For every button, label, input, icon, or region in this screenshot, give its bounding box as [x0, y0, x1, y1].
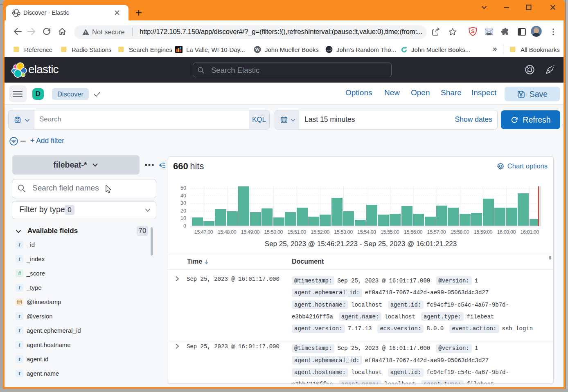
sidebar-scrollbar[interactable] — [151, 227, 153, 255]
boxes-horizontal-icon[interactable] — [144, 162, 154, 168]
nav-link-options[interactable]: Options — [345, 88, 372, 97]
histogram-bar[interactable] — [285, 212, 296, 226]
address-bar[interactable]: Not secure http://172.105.7.150/app/disc… — [74, 25, 427, 39]
query-language-toggle[interactable]: KQL — [249, 110, 269, 129]
chart-options-button[interactable]: Chart options — [497, 162, 548, 170]
histogram-bar[interactable] — [215, 209, 226, 226]
extension-mail-icon[interactable] — [484, 27, 494, 37]
histogram-bar[interactable] — [273, 217, 284, 226]
bookmark-all-bookmarks[interactable]: All Bookmarks — [509, 41, 560, 58]
back-icon[interactable] — [13, 27, 23, 36]
side-panel-icon[interactable] — [517, 27, 527, 37]
saved-query-menu-button[interactable] — [9, 110, 34, 129]
histogram-bar[interactable] — [471, 213, 482, 226]
index-pattern-switcher[interactable]: filebeat-* — [12, 155, 140, 175]
profile-avatar[interactable] — [531, 26, 542, 37]
bookmark-item[interactable]: John Mueller Books... — [400, 41, 470, 58]
field-item[interactable]: t@version — [16, 309, 151, 323]
bookmark-item[interactable]: Radio Stations — [61, 41, 112, 58]
browser-tab[interactable]: Discover - Elastic — [6, 5, 128, 20]
histogram-bar[interactable] — [460, 214, 471, 226]
home-icon[interactable] — [57, 27, 67, 36]
nav-link-share[interactable]: Share — [441, 88, 462, 97]
histogram-bar[interactable] — [355, 220, 366, 226]
share-icon[interactable] — [431, 27, 441, 37]
refresh-button[interactable]: Refresh — [501, 110, 560, 129]
filter-icon[interactable] — [9, 137, 18, 146]
bookmark-item[interactable]: Reference — [13, 41, 52, 58]
nav-link-inspect[interactable]: Inspect — [471, 88, 496, 97]
filter-by-type-select[interactable]: Filter by type 0 — [12, 202, 156, 219]
minimize-button[interactable] — [503, 4, 510, 11]
histogram-bar[interactable] — [494, 208, 505, 226]
histogram-bar[interactable] — [320, 215, 331, 226]
histogram-bar[interactable] — [238, 186, 249, 226]
histogram-bar[interactable] — [401, 206, 412, 226]
menu-dots-icon[interactable] — [548, 27, 558, 37]
histogram-bar[interactable] — [518, 193, 529, 226]
bookmarks-overflow[interactable]: » — [493, 44, 497, 53]
histogram-bar[interactable] — [192, 217, 203, 226]
save-button[interactable]: Save — [505, 87, 560, 101]
histogram-bar[interactable] — [366, 205, 377, 226]
field-item[interactable]: tagent.hostname — [16, 338, 151, 352]
bookmark-item[interactable]: La Valle, WI 10-Day... — [175, 41, 245, 58]
available-fields-header[interactable]: Available fields 70 — [12, 226, 156, 236]
histogram-bar[interactable] — [425, 217, 436, 226]
table-scrollbar[interactable] — [549, 256, 551, 260]
breadcrumb-discover[interactable]: Discover — [52, 88, 89, 100]
sort-desc-icon[interactable] — [203, 259, 210, 265]
new-tab-button[interactable] — [135, 9, 143, 17]
add-filter-link[interactable]: + Add filter — [30, 137, 64, 145]
nav-link-open[interactable]: Open — [411, 88, 430, 97]
bookmark-star-icon[interactable] — [448, 27, 458, 37]
field-item[interactable]: tagent.name — [16, 366, 151, 381]
histogram-bar[interactable] — [250, 212, 261, 226]
histogram-bar[interactable] — [261, 208, 273, 226]
histogram-bar[interactable] — [331, 198, 343, 226]
tab-close-icon[interactable] — [113, 9, 121, 17]
date-picker[interactable]: Last 15 minutes Show dates — [275, 110, 497, 129]
tab-search-icon[interactable] — [480, 4, 488, 11]
histogram-bar[interactable] — [390, 214, 401, 226]
bookmark-item[interactable]: John's Random Tho... — [325, 41, 396, 58]
maximize-button[interactable] — [525, 4, 532, 11]
date-quick-menu-button[interactable] — [275, 110, 299, 129]
close-button[interactable] — [549, 4, 557, 11]
histogram-bar[interactable] — [413, 214, 424, 226]
histogram-bar[interactable] — [227, 211, 238, 226]
column-header-time[interactable]: Time — [187, 258, 202, 265]
time-range-value[interactable]: Last 15 minutes — [304, 115, 355, 124]
global-search-input[interactable]: Search Elastic — [193, 63, 392, 77]
field-item[interactable]: t_id — [16, 237, 151, 252]
bookmark-item[interactable]: WJohn Mueller Books — [254, 41, 319, 58]
menu-hamburger-button[interactable] — [9, 85, 27, 102]
field-item[interactable]: t_index — [16, 252, 151, 266]
field-item[interactable]: @timestamp — [16, 295, 151, 309]
histogram-bar[interactable] — [343, 211, 354, 226]
nav-link-new[interactable]: New — [384, 88, 400, 97]
help-icon[interactable] — [524, 64, 535, 75]
space-avatar[interactable]: D — [32, 88, 44, 100]
extension-s-icon[interactable]: S — [468, 27, 478, 36]
histogram-bar[interactable] — [448, 208, 459, 226]
field-item[interactable]: t_type — [16, 280, 151, 295]
forward-icon[interactable] — [27, 27, 36, 36]
histogram-bar[interactable] — [203, 221, 214, 226]
histogram-bar[interactable] — [378, 215, 389, 226]
histogram-bar[interactable] — [308, 217, 319, 226]
reload-icon[interactable] — [42, 27, 52, 36]
column-header-document[interactable]: Document — [292, 258, 324, 265]
check-icon[interactable] — [93, 92, 100, 99]
whats-new-icon[interactable] — [545, 64, 556, 75]
histogram-bar[interactable] — [436, 206, 447, 226]
collapse-sidebar-icon[interactable] — [159, 162, 166, 168]
histogram-bar[interactable] — [506, 208, 517, 226]
expand-row-icon[interactable] — [174, 343, 180, 349]
bookmark-item[interactable]: Search Engines — [118, 41, 172, 58]
field-search-input[interactable]: Search field names — [12, 179, 156, 198]
field-item[interactable]: #_score — [16, 266, 151, 280]
query-input[interactable]: Search KQL — [34, 110, 269, 129]
extensions-puzzle-icon[interactable] — [500, 27, 510, 37]
expand-row-icon[interactable] — [174, 276, 180, 282]
